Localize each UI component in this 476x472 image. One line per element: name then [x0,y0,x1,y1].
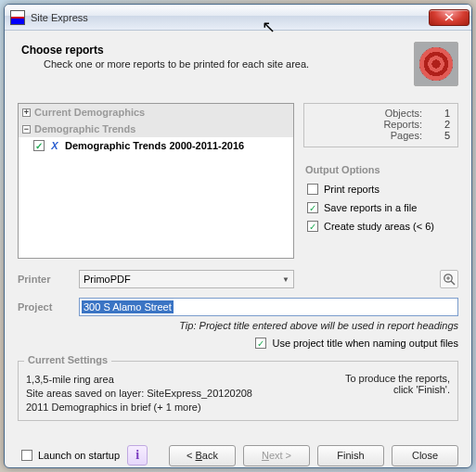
current-settings-line: Site areas saved on layer: SiteExpress_2… [26,387,298,401]
stat-objects-value: 1 [430,108,450,119]
next-button: Next > [243,445,310,466]
checkbox-icon [307,184,318,195]
checkbox-label: Print reports [324,184,380,195]
printer-settings-button[interactable] [440,270,458,288]
titlebar[interactable]: Site Express [5,5,471,31]
dialog-window: Site Express Choose reports Check one or… [4,4,472,468]
tree-item-checkbox[interactable]: ✓ [33,140,45,151]
report-x-icon: X [48,140,61,151]
printer-label: Printer [18,274,70,285]
tree-group-current-demographics[interactable]: + Current Demographics [19,104,293,121]
back-button[interactable]: < Back [169,445,236,466]
current-settings-line: 1,3,5-mile ring area [26,373,298,387]
printer-value: PrimoPDF [84,274,131,285]
launch-on-startup-checkbox[interactable]: Launch on startup [21,450,120,461]
checkbox-icon [21,450,32,461]
output-options-title: Output Options [305,164,458,175]
checkbox-label: Create study areas (< 6) [324,221,434,232]
create-study-areas-checkbox[interactable]: Create study areas (< 6) [307,221,458,232]
current-settings-line: 2011 Demographics in brief (+ 1 more) [26,401,298,415]
checkbox-label: Use project title when naming output fil… [272,338,458,349]
checkbox-label: Launch on startup [38,450,120,461]
checkbox-icon [307,202,318,213]
stat-reports-value: 2 [430,119,450,130]
header-subtitle: Check one or more reports to be printed … [44,58,405,70]
stat-reports-label: Reports: [383,119,422,130]
close-icon [444,13,454,21]
checkbox-label: Save reports in a file [324,202,417,213]
use-project-title-checkbox[interactable]: Use project title when naming output fil… [255,338,458,349]
info-button[interactable]: i [127,445,148,466]
finish-hint-line: click 'Finish'. [298,384,450,395]
tree-group-label: Current Demographics [34,107,145,118]
app-icon [10,10,25,25]
save-reports-checkbox[interactable]: Save reports in a file [307,202,458,213]
current-settings-group: Current Settings 1,3,5-mile ring area Si… [18,361,458,421]
magnifier-plus-icon [443,273,456,286]
print-reports-checkbox[interactable]: Print reports [307,184,458,195]
window-title: Site Express [31,12,423,23]
stat-pages-value: 5 [430,130,450,141]
chevron-down-icon: ▼ [282,275,289,284]
tree-item-label: Demographic Trends 2000-2011-2016 [65,140,244,151]
target-icon [419,47,453,81]
printer-dropdown[interactable]: PrimoPDF ▼ [79,270,294,288]
project-title-input[interactable]: 300 S Alamo Street [79,298,458,316]
stat-objects-label: Objects: [385,108,422,119]
header-title: Choose reports [21,44,405,57]
project-title-value: 300 S Alamo Street [82,300,174,313]
checkbox-icon [255,338,266,349]
checkbox-icon [307,221,318,232]
stats-panel: Objects:1 Reports:2 Pages:5 [303,103,458,147]
expand-icon[interactable]: + [22,108,31,117]
tree-group-label: Demographic Trends [34,123,135,134]
finish-button[interactable]: Finish [317,445,384,466]
tree-item-demographic-trends-2000-2011-2016[interactable]: ✓ X Demographic Trends 2000-2011-2016 [19,137,293,154]
window-close-button[interactable] [429,9,470,26]
project-tip: Tip: Project title entered above will be… [18,320,458,331]
tree-group-demographic-trends[interactable]: − Demographic Trends [19,121,293,137]
current-settings-legend: Current Settings [24,354,111,365]
stat-pages-label: Pages: [391,130,422,141]
project-label: Project [18,301,70,313]
close-button[interactable]: Close [392,445,458,466]
report-tree[interactable]: + Current Demographics − Demographic Tre… [18,103,294,259]
collapse-icon[interactable]: − [22,125,31,134]
brand-logo [414,42,458,86]
finish-hint-line: To produce the reports, [298,373,450,384]
